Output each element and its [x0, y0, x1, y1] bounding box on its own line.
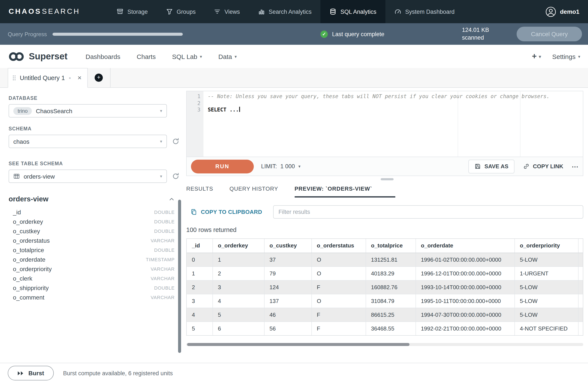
collapse-chevron-icon[interactable]	[168, 196, 175, 202]
unsaved-dot-icon: ●	[69, 76, 71, 80]
cell: 3	[187, 294, 212, 308]
cell: C	[578, 280, 583, 294]
cell: 46	[264, 308, 312, 321]
tab-preview-orders-view[interactable]: PREVIEW: `ORDERS-VIEW`	[294, 186, 372, 197]
limit-value: 1 000	[280, 163, 295, 170]
column-header[interactable]: _id	[187, 239, 212, 253]
cell: C	[578, 321, 583, 335]
save-as-button[interactable]: SAVE AS	[469, 159, 514, 173]
scanned-amount: 124.01 KB scanned	[462, 26, 489, 42]
more-options-button[interactable]: ...	[572, 161, 579, 171]
database-select[interactable]: trino ChaosSearch ▾	[9, 104, 167, 117]
cell: 5-LOW	[514, 294, 578, 308]
logo-text-light: SEARCH	[42, 7, 80, 16]
nav-item-storage[interactable]: Storage	[108, 0, 157, 23]
nav-item-search-analytics[interactable]: Search Analytics	[249, 0, 321, 23]
cell: 1994-07-30T00:00:00.000+0000	[416, 308, 514, 321]
cell: 5-LOW	[514, 253, 578, 266]
horizontal-scrollbar-thumb[interactable]	[187, 343, 409, 346]
sidebar-scrollbar[interactable]	[178, 200, 181, 353]
limit-dropdown[interactable]: LIMIT: 1 000 ▾	[261, 163, 300, 170]
column-header[interactable]: o	[578, 239, 583, 253]
column-row: o_totalpriceDOUBLE	[9, 245, 175, 255]
superset-logo[interactable]: Superset	[8, 51, 67, 62]
column-row: o_custkeyDOUBLE	[9, 226, 175, 236]
copy-to-clipboard-button[interactable]: COPY TO CLIPBOARD	[190, 209, 262, 215]
chevron-down-icon: ▾	[539, 54, 541, 59]
close-tab-icon[interactable]: ×	[77, 74, 82, 82]
cell: 5	[212, 308, 264, 321]
table-select[interactable]: orders-view ▾	[9, 170, 167, 183]
top-navbar: CHAOSSEARCH Storage Groups Views Search …	[0, 0, 588, 23]
editor-toolbar-right: SAVE AS COPY LINK ...	[469, 159, 579, 173]
scanned-word: scanned	[462, 34, 489, 42]
cell: O	[312, 294, 366, 308]
nav-item-sql-analytics[interactable]: SQL Analytics	[321, 0, 385, 23]
cell: 31084.79	[366, 294, 416, 308]
filter-lines-icon	[214, 8, 221, 15]
column-row: _idDOUBLE	[9, 207, 175, 217]
column-header[interactable]: o_custkey	[264, 239, 312, 253]
chevron-down-icon: ▾	[160, 108, 162, 113]
tab-query-history[interactable]: QUERY HISTORY	[230, 186, 278, 197]
nav-sql-lab[interactable]: SQL Lab▾	[172, 53, 202, 60]
column-header[interactable]: o_orderdate	[416, 239, 514, 253]
column-row: o_orderstatusVARCHAR	[9, 236, 175, 245]
table-row: 1279O40183.291996-12-01T00:00:00.000+000…	[187, 266, 583, 280]
cell: 37	[264, 253, 312, 266]
nav-item-system-dashboard[interactable]: System Dashboard	[385, 0, 464, 23]
chaossearch-logo: CHAOSSEARCH	[0, 0, 93, 23]
column-list: _idDOUBLE o_orderkeyDOUBLE o_custkeyDOUB…	[9, 207, 186, 302]
drag-handle-icon[interactable]	[12, 75, 16, 81]
burst-button[interactable]: Burst	[8, 366, 54, 381]
gauge-icon	[395, 8, 401, 15]
nav-item-groups[interactable]: Groups	[157, 0, 205, 23]
progress-fill	[52, 32, 183, 36]
table-row: 0137O131251.811996-01-02T00:00:00.000+00…	[187, 253, 583, 266]
copy-link-button[interactable]: COPY LINK	[523, 163, 563, 170]
cell: 124	[264, 280, 312, 294]
user-menu[interactable]: demo1	[546, 0, 588, 23]
query-tab-active[interactable]: Untitled Query 1 ● ×	[8, 68, 87, 88]
cell: C	[578, 253, 583, 266]
column-row: o_shippriorityDOUBLE	[9, 283, 175, 293]
cell: F	[312, 280, 366, 294]
refresh-table-button[interactable]	[172, 172, 179, 180]
progress-track	[52, 32, 183, 36]
cell: 1996-01-02T00:00:00.000+0000	[416, 253, 514, 266]
column-header[interactable]: o_orderkey	[212, 239, 264, 253]
cancel-query-button[interactable]: Cancel Query	[517, 27, 582, 41]
nav-label: SQL Analytics	[340, 8, 376, 15]
nav-charts[interactable]: Charts	[137, 53, 156, 60]
refresh-icon	[172, 138, 179, 145]
nav-dashboards[interactable]: Dashboards	[85, 53, 120, 60]
cell: 4	[187, 308, 212, 321]
column-header[interactable]: o_orderstatus	[312, 239, 366, 253]
nav-label: Groups	[177, 8, 196, 15]
add-menu-button[interactable]: +▾	[532, 52, 541, 61]
cell: 1993-10-14T00:00:00.000+0000	[416, 280, 514, 294]
column-header[interactable]: o_orderpriority	[514, 239, 578, 253]
sql-lab-panel: 1 2 3 -- Note: Unless you save your quer…	[186, 88, 588, 363]
sql-editor-box: 1 2 3 -- Note: Unless you save your quer…	[186, 91, 583, 157]
tab-results[interactable]: RESULTS	[186, 186, 213, 197]
add-query-tab[interactable]: +	[87, 68, 110, 87]
table-schema-label: SEE TABLE SCHEMA	[9, 161, 186, 166]
sql-code-area[interactable]: -- Note: Unless you save your query, the…	[204, 91, 583, 157]
cell: 137	[264, 294, 312, 308]
filter-results-input[interactable]	[273, 205, 583, 219]
row-count: 100 rows returned	[186, 226, 588, 233]
pane-resize-handle[interactable]	[381, 178, 394, 180]
run-query-button[interactable]: RUN	[191, 159, 254, 173]
results-tabs: RESULTS QUERY HISTORY PREVIEW: `ORDERS-V…	[186, 186, 583, 197]
nav-data[interactable]: Data▾	[218, 53, 237, 60]
refresh-schema-button[interactable]	[172, 138, 179, 145]
schema-select[interactable]: chaos ▾	[9, 135, 167, 148]
nav-item-views[interactable]: Views	[205, 0, 249, 23]
column-header[interactable]: o_totalprice	[366, 239, 416, 253]
cell: 1-URGENT	[514, 266, 578, 280]
preview-table: _id o_orderkey o_custkey o_orderstatus o…	[187, 239, 583, 335]
editor-gutter: 1 2 3	[187, 91, 204, 157]
cell: 1	[212, 253, 264, 266]
settings-menu[interactable]: Settings▾	[552, 53, 580, 60]
